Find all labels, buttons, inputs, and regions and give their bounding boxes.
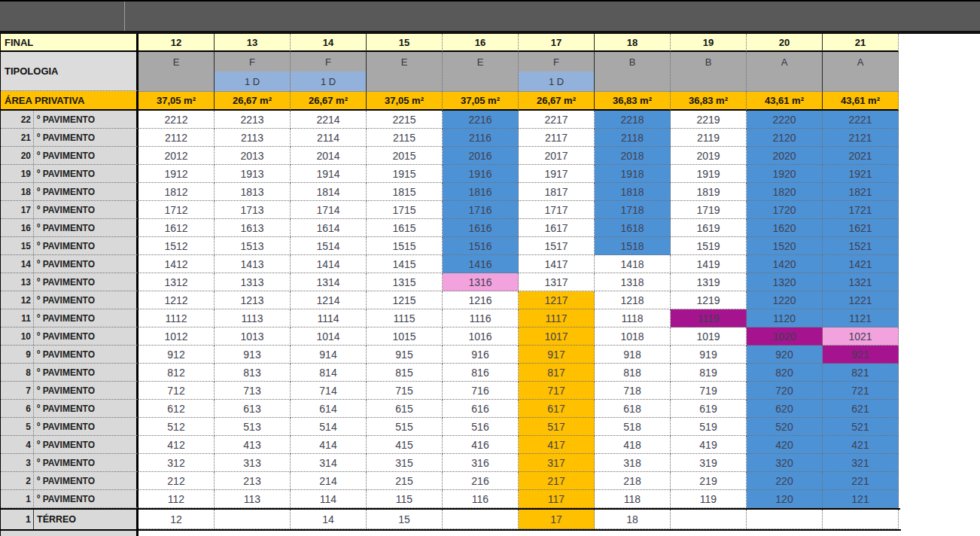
- unit-cell[interactable]: 1312: [138, 273, 215, 291]
- unit-cell[interactable]: 1715: [367, 201, 443, 219]
- unit-cell[interactable]: 1814: [291, 183, 367, 201]
- unit-cell[interactable]: 1019: [671, 327, 747, 346]
- unit-cell[interactable]: 719: [671, 382, 747, 400]
- unit-cell[interactable]: 1616: [443, 219, 519, 237]
- tipologia-cell[interactable]: A: [823, 52, 899, 91]
- unit-cell[interactable]: 1819: [671, 183, 747, 201]
- tipologia-cell[interactable]: E: [367, 52, 443, 91]
- unit-cell[interactable]: 1421: [823, 255, 899, 273]
- floor-row-label[interactable]: 13º PAVIMENTO: [1, 273, 138, 291]
- unit-cell[interactable]: 418: [595, 436, 671, 454]
- unit-cell[interactable]: 1816: [443, 183, 519, 201]
- unit-cell[interactable]: 417: [519, 436, 595, 454]
- tipologia-cell[interactable]: B: [671, 52, 747, 91]
- floor-row-label[interactable]: 20º PAVIMENTO: [1, 147, 138, 165]
- unit-cell[interactable]: 1714: [291, 201, 367, 219]
- floor-row-label[interactable]: 8º PAVIMENTO: [1, 364, 138, 382]
- unit-cell[interactable]: 2215: [367, 111, 443, 129]
- unit-cell[interactable]: 2218: [595, 111, 671, 129]
- unit-cell[interactable]: 1818: [595, 183, 671, 201]
- unit-cell[interactable]: 2221: [823, 111, 899, 129]
- unit-cell[interactable]: 321: [823, 454, 899, 472]
- unit-cell[interactable]: 420: [747, 436, 823, 454]
- unit-cell[interactable]: 1219: [671, 291, 747, 309]
- unit-cell[interactable]: 1216: [443, 291, 519, 309]
- unit-cell[interactable]: 1916: [443, 165, 519, 183]
- unit-cell[interactable]: 17: [519, 510, 595, 529]
- unit-cell[interactable]: 2016: [443, 147, 519, 165]
- unit-cell[interactable]: 1112: [138, 309, 215, 327]
- unit-cell[interactable]: 117: [519, 490, 595, 508]
- unit-cell[interactable]: 820: [747, 364, 823, 382]
- unit-cell[interactable]: 413: [215, 436, 291, 454]
- unit-cell[interactable]: 18: [595, 510, 671, 529]
- unit-cell[interactable]: 1516: [443, 237, 519, 255]
- unit-cell[interactable]: 920: [747, 346, 823, 364]
- tipologia-cell[interactable]: A: [747, 52, 823, 91]
- unit-cell[interactable]: 913: [215, 346, 291, 364]
- unit-cell[interactable]: 816: [443, 364, 519, 382]
- unit-cell[interactable]: 2020: [747, 147, 823, 165]
- area-cell[interactable]: 36,83 m²: [595, 91, 671, 111]
- unit-cell[interactable]: 513: [215, 418, 291, 436]
- unit-cell[interactable]: 1517: [519, 237, 595, 255]
- unit-cell[interactable]: 1318: [595, 273, 671, 291]
- unit-cell[interactable]: 1620: [747, 219, 823, 237]
- unit-cell[interactable]: 314: [291, 454, 367, 472]
- unit-cell[interactable]: 316: [443, 454, 519, 472]
- unit-cell[interactable]: 313: [215, 454, 291, 472]
- unit-cell[interactable]: 1213: [215, 291, 291, 309]
- floor-row-label[interactable]: 11º PAVIMENTO: [1, 309, 138, 327]
- unit-cell[interactable]: 319: [671, 454, 747, 472]
- unit-cell[interactable]: 515: [367, 418, 443, 436]
- unit-cell[interactable]: 1813: [215, 183, 291, 201]
- unit-cell[interactable]: 1317: [519, 273, 595, 291]
- unit-cell[interactable]: 1016: [443, 327, 519, 346]
- unit-cell[interactable]: 617: [519, 400, 595, 418]
- unit-cell[interactable]: 220: [747, 472, 823, 490]
- unit-cell[interactable]: 714: [291, 382, 367, 400]
- unit-cell[interactable]: 715: [367, 382, 443, 400]
- unit-cell[interactable]: 1117: [519, 309, 595, 327]
- unit-cell[interactable]: 621: [823, 400, 899, 418]
- unit-cell[interactable]: 1712: [138, 201, 215, 219]
- unit-cell[interactable]: 1217: [519, 291, 595, 309]
- unit-cell[interactable]: 219: [671, 472, 747, 490]
- unit-cell[interactable]: 815: [367, 364, 443, 382]
- floor-row-label[interactable]: 7º PAVIMENTO: [1, 382, 138, 400]
- unit-cell[interactable]: 1519: [671, 237, 747, 255]
- unit-cell[interactable]: 1021: [823, 327, 899, 346]
- unit-cell[interactable]: 1221: [823, 291, 899, 309]
- unit-cell[interactable]: 1414: [291, 255, 367, 273]
- unit-cell[interactable]: 620: [747, 400, 823, 418]
- unit-cell[interactable]: 2214: [291, 111, 367, 129]
- unit-cell[interactable]: 114: [291, 490, 367, 508]
- unit-cell[interactable]: 1912: [138, 165, 215, 183]
- unit-cell[interactable]: 1114: [291, 309, 367, 327]
- unit-cell[interactable]: 215: [367, 472, 443, 490]
- tipologia-cell[interactable]: F1 D: [291, 52, 367, 91]
- unit-cell[interactable]: 1615: [367, 219, 443, 237]
- unit-cell[interactable]: 14: [291, 510, 367, 529]
- area-cell[interactable]: 43,61 m²: [747, 91, 823, 111]
- unit-cell[interactable]: 1515: [367, 237, 443, 255]
- unit-cell[interactable]: 713: [215, 382, 291, 400]
- unit-cell[interactable]: 1619: [671, 219, 747, 237]
- unit-cell[interactable]: 718: [595, 382, 671, 400]
- unit-cell[interactable]: 717: [519, 382, 595, 400]
- unit-cell[interactable]: 1113: [215, 309, 291, 327]
- unit-cell[interactable]: 415: [367, 436, 443, 454]
- unit-cell[interactable]: 2117: [519, 129, 595, 147]
- area-cell[interactable]: 26,67 m²: [519, 91, 595, 111]
- unit-cell[interactable]: 1520: [747, 237, 823, 255]
- final-row-label[interactable]: FINAL: [1, 34, 138, 52]
- unit-cell[interactable]: 1412: [138, 255, 215, 273]
- floor-row-label[interactable]: 10º PAVIMENTO: [1, 327, 138, 346]
- unit-cell[interactable]: 521: [823, 418, 899, 436]
- unit-cell[interactable]: 2220: [747, 111, 823, 129]
- unit-cell[interactable]: 914: [291, 346, 367, 364]
- unit-cell[interactable]: 1316: [443, 273, 519, 291]
- unit-cell[interactable]: 814: [291, 364, 367, 382]
- unit-cell[interactable]: 1319: [671, 273, 747, 291]
- unit-cell[interactable]: 1218: [595, 291, 671, 309]
